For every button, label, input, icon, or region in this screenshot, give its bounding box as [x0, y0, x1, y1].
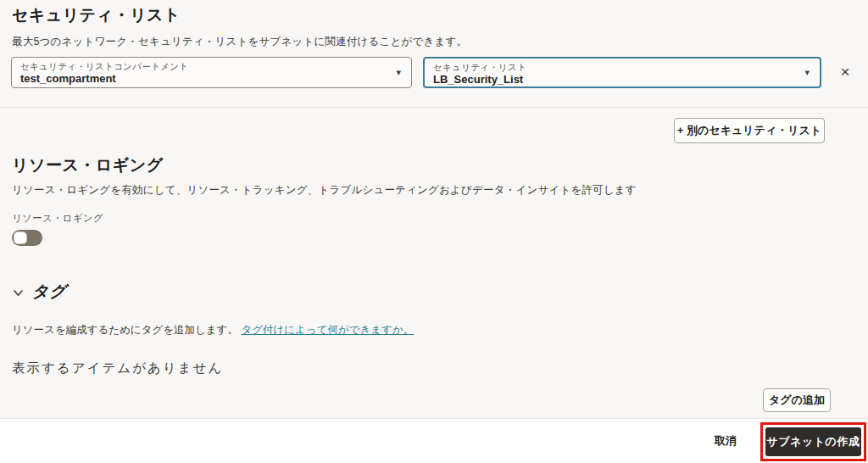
footer-bar: [0, 418, 868, 463]
tags-section-title[interactable]: タグ: [32, 281, 67, 303]
add-another-security-list-button[interactable]: + 別のセキュリティ・リスト: [674, 118, 825, 143]
create-subnet-form: セキュリティ・リスト 最大5つのネットワーク・セキュリティ・リストをサブネットに…: [0, 0, 868, 463]
security-list-compartment-select[interactable]: セキュリティ・リストコンパートメント test_compartment ▾: [11, 57, 412, 88]
resource-logging-toggle-label: リソース・ロギング: [12, 212, 103, 225]
tags-empty-message: 表示するアイテムがありません: [12, 360, 223, 377]
resource-logging-section-title: リソース・ロギング: [12, 154, 164, 176]
security-list-select[interactable]: セキュリティ・リスト LB_Security_List ▾: [423, 57, 821, 88]
caret-down-icon: ▾: [804, 66, 810, 77]
chevron-down-icon[interactable]: [13, 289, 24, 297]
toggle-knob: [14, 232, 27, 244]
remove-security-list-icon[interactable]: ×: [836, 63, 854, 81]
create-subnet-button[interactable]: サブネットの作成: [765, 427, 861, 456]
tags-description: リソースを編成するためにタグを追加します。 タグ付けによって何ができますか。: [12, 323, 414, 337]
cancel-button[interactable]: 取消: [715, 433, 737, 449]
compartment-select-value: test_compartment: [20, 72, 116, 85]
add-tag-button[interactable]: タグの追加: [763, 388, 831, 412]
security-list-select-value: LB_Security_List: [433, 73, 523, 86]
security-list-section-title: セキュリティ・リスト: [12, 4, 181, 26]
resource-logging-description: リソース・ロギングを有効にして、リソース・トラッキング、トラブルシューティングお…: [12, 183, 637, 198]
tags-description-text: リソースを編成するためにタグを追加します。: [12, 324, 238, 336]
section-divider: [0, 107, 868, 108]
compartment-select-label: セキュリティ・リストコンパートメント: [20, 61, 188, 73]
tagging-help-link[interactable]: タグ付けによって何ができますか。: [241, 324, 414, 336]
security-list-select-label: セキュリティ・リスト: [433, 62, 526, 74]
resource-logging-toggle[interactable]: [12, 230, 42, 246]
caret-down-icon: ▾: [396, 66, 401, 77]
security-list-description: 最大5つのネットワーク・セキュリティ・リストをサブネットに関連付けることができま…: [12, 35, 467, 49]
